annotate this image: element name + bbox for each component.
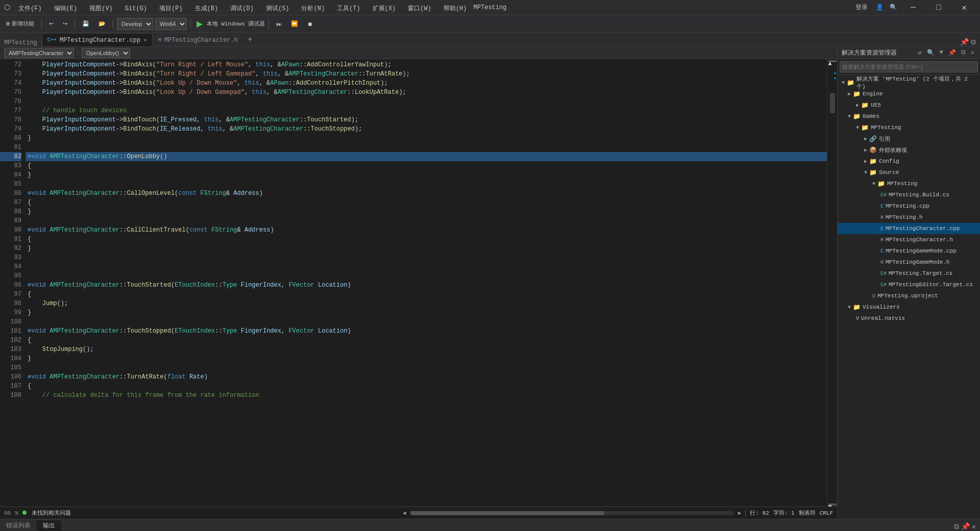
panel-search-btn[interactable]: 🔍 bbox=[925, 49, 936, 57]
step-into-btn[interactable]: ⏩ bbox=[287, 17, 302, 31]
menu-view[interactable]: 视图(V) bbox=[85, 0, 117, 15]
menu-debug[interactable]: 调试(D) bbox=[226, 0, 258, 15]
save-all-btn[interactable]: 💾 bbox=[79, 17, 93, 31]
scroll-bar-h-right[interactable]: ▶ bbox=[738, 510, 742, 516]
tab-mptestingcharacter-cpp[interactable]: C++ MPTestingCharacter.cpp ✕ bbox=[42, 33, 153, 46]
tree-file-build-cs[interactable]: C# MPTesting.Build.cs bbox=[838, 189, 980, 200]
tab-mptestingcharacter-h[interactable]: H MPTestingCharacter.h bbox=[153, 33, 243, 46]
col-info[interactable]: 字符: 1 bbox=[773, 509, 795, 517]
breakpoint-btn[interactable]: ⏺ bbox=[304, 17, 316, 31]
minimize-btn[interactable]: ─ bbox=[901, 0, 925, 15]
tab-cpp-close[interactable]: ✕ bbox=[143, 37, 147, 43]
indent-info[interactable]: 制表符 bbox=[799, 509, 816, 517]
tree-solution-root[interactable]: ▼ 📁 解决方案 'MPTesting' (2 个项目，共 2 个) bbox=[838, 77, 980, 88]
tree-source[interactable]: ▼ 📁 Source bbox=[838, 167, 980, 178]
tree-file-character-cpp[interactable]: C MPTestingCharacter.cpp bbox=[838, 223, 980, 234]
zoom-level[interactable]: 90 bbox=[4, 510, 11, 516]
panel-float-icon[interactable]: ⧉ bbox=[954, 523, 959, 531]
scroll-down-btn[interactable]: ▼ bbox=[828, 503, 837, 505]
menu-tools[interactable]: 工具(T) bbox=[333, 0, 364, 15]
editor-controls-split[interactable]: ⧉ bbox=[971, 38, 976, 46]
h-scroll-thumb[interactable] bbox=[410, 511, 604, 515]
search-icon-title[interactable]: 🔍 bbox=[888, 4, 899, 11]
undo-btn[interactable]: ↩ bbox=[45, 17, 57, 31]
panel-close-icon[interactable]: ✕ bbox=[972, 522, 976, 531]
code-lines[interactable]: PlayerInputComponent->BindAxis("Turn Rig… bbox=[26, 59, 827, 507]
tree-external-deps[interactable]: ▶ 📦 外部依赖项 bbox=[838, 144, 980, 156]
tree-config[interactable]: ▶ 📁 Config bbox=[838, 156, 980, 167]
code-line-72: PlayerInputComponent->BindAxis("Turn Rig… bbox=[26, 60, 827, 69]
menu-edit[interactable]: 编辑(E) bbox=[50, 0, 82, 15]
tree-references[interactable]: ▶ 🔗 引用 bbox=[838, 133, 980, 144]
menu-test[interactable]: 测试(S) bbox=[262, 0, 293, 15]
menu-analyze[interactable]: 分析(N) bbox=[297, 0, 329, 15]
tree-file-h[interactable]: H MPTesting.h bbox=[838, 212, 980, 223]
tree-file-natvis[interactable]: V Unreal.natvis bbox=[838, 313, 980, 324]
maximize-btn[interactable]: □ bbox=[927, 0, 950, 15]
tree-file-gamemode-h[interactable]: H MPTestingGameMode.h bbox=[838, 257, 980, 268]
menu-help[interactable]: 帮助(H) bbox=[439, 0, 471, 15]
tab-errors[interactable]: 错误列表 bbox=[0, 520, 37, 531]
no-issues-label[interactable]: 未找到相关问题 bbox=[32, 509, 71, 517]
tree-file-gamemode-cpp[interactable]: C MPTestingGameMode.cpp bbox=[838, 245, 980, 257]
code-line-93 bbox=[26, 253, 827, 262]
panel-pin-btn[interactable]: 📌 bbox=[947, 49, 958, 57]
method-select[interactable]: OpenLobby() bbox=[82, 48, 130, 58]
line-info[interactable]: 行: 82 bbox=[750, 509, 769, 517]
step-over-btn[interactable]: ⏭ bbox=[273, 17, 285, 31]
new-tab-btn[interactable]: + bbox=[243, 33, 257, 46]
mp-testing-tab-label[interactable]: MPTesting bbox=[4, 39, 37, 46]
horizontal-scrollbar[interactable] bbox=[410, 511, 734, 515]
menu-project[interactable]: 项目(P) bbox=[155, 0, 187, 15]
tree-file-character-h[interactable]: H MPTestingCharacter.h bbox=[838, 234, 980, 245]
redo-btn[interactable]: ↪ bbox=[59, 17, 71, 31]
tree-ue5[interactable]: ▶ 📁 UE5 bbox=[838, 99, 980, 111]
cpp-icon-1: C bbox=[880, 204, 884, 209]
bottom-panel-controls: ⧉ 📌 ✕ bbox=[954, 522, 980, 531]
scroll-bar-h[interactable]: ◀ bbox=[403, 510, 406, 516]
code-line-100 bbox=[26, 317, 827, 326]
menu-git[interactable]: Git(G) bbox=[121, 0, 151, 15]
file-gamemode-h-label: MPTestingGameMode.h bbox=[886, 259, 949, 265]
tree-mptesting-project[interactable]: ▼ 📁 MPTesting bbox=[838, 122, 980, 133]
user-icon[interactable]: 👤 bbox=[874, 4, 886, 11]
panel-dock-icon[interactable]: 📌 bbox=[961, 522, 970, 531]
tree-file-target-cs[interactable]: C# MPTesting.Target.cs bbox=[838, 268, 980, 279]
menu-extend[interactable]: 扩展(X) bbox=[369, 0, 400, 15]
close-btn[interactable]: ✕ bbox=[952, 0, 976, 15]
tab-output[interactable]: 输出 bbox=[37, 520, 61, 531]
tree-games[interactable]: ▼ 📁 Games bbox=[838, 111, 980, 122]
menu-build[interactable]: 生成(B) bbox=[191, 0, 223, 15]
panel-float-btn[interactable]: ⧉ bbox=[960, 49, 967, 57]
new-feature-btn[interactable]: ⊕ 新增功能 bbox=[2, 17, 38, 31]
solution-explorer-header: 解决方案资源管理器 ⇄ 🔍 ▼ 📌 ⧉ ✕ bbox=[838, 47, 980, 59]
tree-file-editor-target-cs[interactable]: C# MPTestingEditor.Target.cs bbox=[838, 279, 980, 290]
panel-close-btn[interactable]: ✕ bbox=[969, 49, 976, 57]
panel-filter-btn[interactable]: ▼ bbox=[938, 49, 945, 57]
code-line-91: { bbox=[26, 235, 827, 244]
tree-file-cpp[interactable]: C MPTesting.cpp bbox=[838, 200, 980, 212]
account-btn[interactable]: 登录 bbox=[851, 3, 872, 12]
editor-controls-pin[interactable]: 📌 bbox=[960, 38, 969, 46]
toolbar-separator-2 bbox=[75, 19, 75, 29]
editor-function-bar: AMPTestingCharacter › OpenLobby() bbox=[0, 47, 837, 59]
open-btn[interactable]: 📂 bbox=[95, 17, 109, 31]
bottom-tabs: 错误列表 输出 ⧉ 📌 ✕ bbox=[0, 519, 980, 531]
code-line-83: { bbox=[26, 161, 827, 170]
scroll-thumb[interactable] bbox=[830, 93, 835, 113]
menu-file[interactable]: 文件(F) bbox=[14, 0, 46, 15]
panel-sync-btn[interactable]: ⇄ bbox=[916, 49, 923, 57]
code-line-107: { bbox=[26, 382, 827, 391]
tree-mptesting-src[interactable]: ▼ 📁 MPTesting bbox=[838, 178, 980, 189]
menu-window[interactable]: 窗口(W) bbox=[404, 0, 435, 15]
class-select[interactable]: AMPTestingCharacter bbox=[4, 48, 74, 58]
editor-scrollbar[interactable]: ▲ ▼ bbox=[827, 59, 837, 507]
build-config-select[interactable]: Develop bbox=[117, 18, 153, 30]
run-btn[interactable]: ▶ bbox=[194, 19, 205, 29]
tree-file-uproject[interactable]: U MPTesting.uproject bbox=[838, 290, 980, 301]
solution-search-input[interactable] bbox=[840, 61, 978, 72]
eol-info[interactable]: CRLF bbox=[820, 510, 833, 516]
platform-select[interactable]: Win64 bbox=[155, 18, 187, 30]
app-title: MPTesting bbox=[474, 4, 507, 11]
tree-visualizers[interactable]: ▼ 📁 Visualizers bbox=[838, 301, 980, 313]
